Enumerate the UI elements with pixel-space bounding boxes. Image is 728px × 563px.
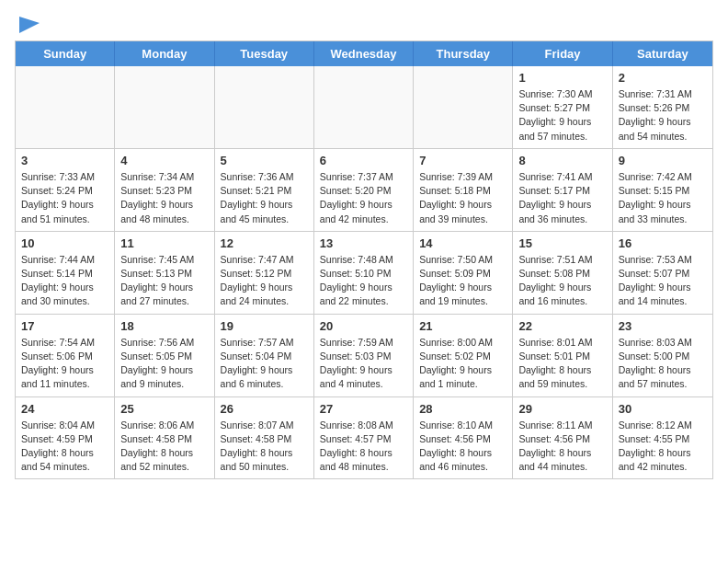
day-number: 28 — [419, 402, 506, 416]
day-number: 27 — [320, 402, 407, 416]
day-number: 13 — [320, 236, 407, 250]
day-info: Sunrise: 7:44 AM Sunset: 5:14 PM Dayligh… — [21, 253, 108, 309]
day-info: Sunrise: 7:53 AM Sunset: 5:07 PM Dayligh… — [619, 253, 707, 309]
calendar: Sunday Monday Tuesday Wednesday Thursday… — [15, 40, 713, 479]
day-number: 8 — [518, 154, 606, 167]
day-cell: 26Sunrise: 8:07 AM Sunset: 4:58 PM Dayli… — [215, 397, 314, 479]
day-number: 16 — [619, 236, 707, 250]
day-cell: 20Sunrise: 7:59 AM Sunset: 5:03 PM Dayli… — [314, 315, 414, 397]
day-info: Sunrise: 7:39 AM Sunset: 5:18 PM Dayligh… — [419, 170, 506, 226]
day-number: 23 — [619, 319, 707, 333]
day-cell — [215, 66, 314, 149]
svg-marker-0 — [19, 17, 40, 33]
day-cell — [414, 66, 513, 149]
day-cell: 3Sunrise: 7:33 AM Sunset: 5:24 PM Daylig… — [16, 149, 115, 232]
day-number: 3 — [21, 154, 108, 167]
day-cell: 22Sunrise: 8:01 AM Sunset: 5:01 PM Dayli… — [513, 315, 612, 397]
day-number: 9 — [619, 154, 707, 167]
day-number: 2 — [619, 71, 707, 85]
day-cell: 24Sunrise: 8:04 AM Sunset: 4:59 PM Dayli… — [16, 397, 115, 479]
day-info: Sunrise: 7:50 AM Sunset: 5:09 PM Dayligh… — [419, 253, 506, 309]
day-cell: 9Sunrise: 7:42 AM Sunset: 5:15 PM Daylig… — [613, 149, 712, 232]
logo-arrow-icon — [19, 13, 40, 33]
day-info: Sunrise: 8:11 AM Sunset: 4:56 PM Dayligh… — [518, 419, 606, 475]
day-info: Sunrise: 8:01 AM Sunset: 5:01 PM Dayligh… — [518, 336, 606, 392]
day-info: Sunrise: 7:31 AM Sunset: 5:26 PM Dayligh… — [619, 87, 707, 144]
day-info: Sunrise: 7:48 AM Sunset: 5:10 PM Dayligh… — [320, 253, 407, 309]
day-info: Sunrise: 7:45 AM Sunset: 5:13 PM Dayligh… — [120, 253, 208, 309]
day-cell: 5Sunrise: 7:36 AM Sunset: 5:21 PM Daylig… — [215, 149, 314, 232]
header-saturday: Saturday — [613, 41, 712, 66]
day-info: Sunrise: 7:30 AM Sunset: 5:27 PM Dayligh… — [518, 87, 606, 144]
day-cell: 7Sunrise: 7:39 AM Sunset: 5:18 PM Daylig… — [414, 149, 513, 232]
day-number: 5 — [221, 154, 308, 167]
day-info: Sunrise: 7:41 AM Sunset: 5:17 PM Dayligh… — [518, 170, 606, 226]
day-cell: 2Sunrise: 7:31 AM Sunset: 5:26 PM Daylig… — [613, 66, 712, 149]
day-number: 18 — [120, 319, 208, 333]
header-thursday: Thursday — [414, 41, 513, 66]
day-cell: 16Sunrise: 7:53 AM Sunset: 5:07 PM Dayli… — [613, 232, 712, 315]
day-cell: 11Sunrise: 7:45 AM Sunset: 5:13 PM Dayli… — [115, 232, 214, 315]
day-cell: 19Sunrise: 7:57 AM Sunset: 5:04 PM Dayli… — [215, 315, 314, 397]
header-wednesday: Wednesday — [314, 41, 414, 66]
day-cell: 6Sunrise: 7:37 AM Sunset: 5:20 PM Daylig… — [314, 149, 414, 232]
day-cell: 1Sunrise: 7:30 AM Sunset: 5:27 PM Daylig… — [513, 66, 612, 149]
day-info: Sunrise: 7:54 AM Sunset: 5:06 PM Dayligh… — [21, 336, 108, 392]
day-number: 6 — [320, 154, 407, 167]
day-info: Sunrise: 8:10 AM Sunset: 4:56 PM Dayligh… — [419, 419, 506, 475]
day-info: Sunrise: 8:04 AM Sunset: 4:59 PM Dayligh… — [21, 419, 108, 475]
day-number: 20 — [320, 319, 407, 333]
day-cell: 13Sunrise: 7:48 AM Sunset: 5:10 PM Dayli… — [314, 232, 414, 315]
day-number: 25 — [120, 402, 208, 416]
day-number: 30 — [619, 402, 707, 416]
day-cell: 21Sunrise: 8:00 AM Sunset: 5:02 PM Dayli… — [414, 315, 513, 397]
day-info: Sunrise: 7:34 AM Sunset: 5:23 PM Dayligh… — [120, 170, 208, 226]
day-number: 21 — [419, 319, 506, 333]
day-cell — [314, 66, 414, 149]
day-number: 17 — [21, 319, 108, 333]
calendar-header: Sunday Monday Tuesday Wednesday Thursday… — [16, 41, 712, 66]
day-cell — [115, 66, 214, 149]
day-cell: 14Sunrise: 7:50 AM Sunset: 5:09 PM Dayli… — [414, 232, 513, 315]
day-info: Sunrise: 8:07 AM Sunset: 4:58 PM Dayligh… — [221, 419, 308, 475]
day-info: Sunrise: 7:36 AM Sunset: 5:21 PM Dayligh… — [221, 170, 308, 226]
day-number: 10 — [21, 236, 108, 250]
day-info: Sunrise: 7:42 AM Sunset: 5:15 PM Dayligh… — [619, 170, 707, 226]
day-cell: 28Sunrise: 8:10 AM Sunset: 4:56 PM Dayli… — [414, 397, 513, 479]
day-number: 22 — [518, 319, 606, 333]
day-cell: 18Sunrise: 7:56 AM Sunset: 5:05 PM Dayli… — [115, 315, 214, 397]
day-cell: 29Sunrise: 8:11 AM Sunset: 4:56 PM Dayli… — [513, 397, 612, 479]
day-info: Sunrise: 7:56 AM Sunset: 5:05 PM Dayligh… — [120, 336, 208, 392]
day-cell: 17Sunrise: 7:54 AM Sunset: 5:06 PM Dayli… — [16, 315, 115, 397]
day-info: Sunrise: 7:59 AM Sunset: 5:03 PM Dayligh… — [320, 336, 407, 392]
day-info: Sunrise: 8:00 AM Sunset: 5:02 PM Dayligh… — [419, 336, 506, 392]
day-cell: 12Sunrise: 7:47 AM Sunset: 5:12 PM Dayli… — [215, 232, 314, 315]
day-cell: 8Sunrise: 7:41 AM Sunset: 5:17 PM Daylig… — [513, 149, 612, 232]
day-info: Sunrise: 8:06 AM Sunset: 4:58 PM Dayligh… — [120, 419, 208, 475]
day-info: Sunrise: 7:57 AM Sunset: 5:04 PM Dayligh… — [221, 336, 308, 392]
day-info: Sunrise: 7:51 AM Sunset: 5:08 PM Dayligh… — [518, 253, 606, 309]
day-info: Sunrise: 8:08 AM Sunset: 4:57 PM Dayligh… — [320, 419, 407, 475]
logo — [18, 15, 40, 33]
day-cell: 10Sunrise: 7:44 AM Sunset: 5:14 PM Dayli… — [16, 232, 115, 315]
day-cell: 23Sunrise: 8:03 AM Sunset: 5:00 PM Dayli… — [613, 315, 712, 397]
day-number: 12 — [221, 236, 308, 250]
day-info: Sunrise: 8:12 AM Sunset: 4:55 PM Dayligh… — [619, 419, 707, 475]
day-cell: 25Sunrise: 8:06 AM Sunset: 4:58 PM Dayli… — [115, 397, 214, 479]
day-number: 24 — [21, 402, 108, 416]
day-info: Sunrise: 7:33 AM Sunset: 5:24 PM Dayligh… — [21, 170, 108, 226]
day-number: 19 — [221, 319, 308, 333]
day-number: 15 — [518, 236, 606, 250]
day-number: 4 — [120, 154, 208, 167]
day-cell: 30Sunrise: 8:12 AM Sunset: 4:55 PM Dayli… — [613, 397, 712, 479]
header-sunday: Sunday — [16, 41, 115, 66]
day-number: 7 — [419, 154, 506, 167]
page-header — [0, 0, 728, 40]
calendar-body: 1Sunrise: 7:30 AM Sunset: 5:27 PM Daylig… — [16, 66, 712, 478]
day-cell: 27Sunrise: 8:08 AM Sunset: 4:57 PM Dayli… — [314, 397, 414, 479]
header-monday: Monday — [115, 41, 214, 66]
day-number: 14 — [419, 236, 506, 250]
header-tuesday: Tuesday — [215, 41, 314, 66]
day-number: 29 — [518, 402, 606, 416]
day-cell: 4Sunrise: 7:34 AM Sunset: 5:23 PM Daylig… — [115, 149, 214, 232]
